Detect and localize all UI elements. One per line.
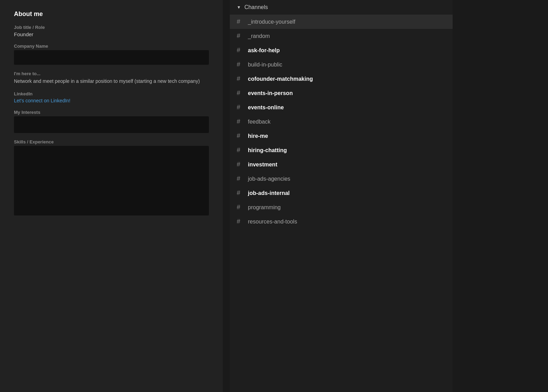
channels-panel: ▼ Channels #_introduce-yourself#_random#… [230,0,453,392]
channel-name: feedback [248,119,271,125]
hash-icon: # [237,147,244,154]
channel-item[interactable]: #_random [230,29,453,43]
channel-item[interactable]: #job-ads-agencies [230,172,453,186]
hash-icon: # [237,89,244,97]
channel-item[interactable]: #events-online [230,100,453,115]
my-interests-input[interactable] [14,116,209,133]
hash-icon: # [237,32,244,40]
channel-name: events-online [248,104,284,111]
hash-icon: # [237,18,244,25]
im-here-to-value: Network and meet people in a similar pos… [14,78,209,85]
profile-panel: About me Job title / Role Founder Compan… [0,0,223,392]
channels-arrow-icon: ▼ [237,5,241,10]
hash-icon: # [237,161,244,168]
channel-item[interactable]: #cofounder-matchmaking [230,72,453,86]
channels-header[interactable]: ▼ Channels [230,0,453,15]
channel-item[interactable]: #job-ads-internal [230,186,453,200]
channel-name: programming [248,204,281,211]
channel-name: hire-me [248,133,268,139]
hash-icon: # [237,47,244,54]
channel-item[interactable]: #programming [230,200,453,214]
channel-item[interactable]: #events-in-person [230,86,453,100]
job-title-label: Job title / Role [14,25,209,30]
hash-icon: # [237,104,244,111]
im-here-to-label: I'm here to... [14,71,209,76]
channel-item[interactable]: #hire-me [230,129,453,143]
skills-textarea[interactable] [14,146,209,215]
channel-name: investment [248,162,277,168]
skills-label: Skills / Experience [14,139,209,144]
channel-name: _introduce-yourself [248,19,295,25]
channel-item[interactable]: #ask-for-help [230,43,453,57]
channel-name: build-in-public [248,62,282,68]
channel-name: job-ads-agencies [248,176,290,182]
channel-item[interactable]: #resources-and-tools [230,214,453,229]
job-title-value: Founder [14,31,209,37]
hash-icon: # [237,218,244,225]
channel-name: ask-for-help [248,47,280,54]
channel-name: events-in-person [248,90,293,96]
channel-name: cofounder-matchmaking [248,76,313,82]
hash-icon: # [237,189,244,197]
channel-item[interactable]: #build-in-public [230,57,453,72]
channel-name: resources-and-tools [248,219,297,225]
hash-icon: # [237,204,244,211]
hash-icon: # [237,175,244,182]
hash-icon: # [237,75,244,83]
channel-name: hiring-chatting [248,147,287,154]
company-name-input[interactable] [14,50,209,65]
channel-item[interactable]: #hiring-chatting [230,143,453,157]
about-me-title: About me [14,10,209,18]
channel-name: _random [248,33,270,39]
channel-item[interactable]: #investment [230,157,453,172]
hash-icon: # [237,118,244,125]
my-interests-label: My Interests [14,110,209,115]
linkedin-link[interactable]: Let's connect on LinkedIn! [14,98,209,103]
channel-name: job-ads-internal [248,190,290,196]
channel-item[interactable]: #feedback [230,115,453,129]
hash-icon: # [237,132,244,140]
channels-list: #_introduce-yourself#_random#ask-for-hel… [230,15,453,229]
linkedin-label: LinkedIn [14,91,209,96]
hash-icon: # [237,61,244,68]
company-name-label: Company Name [14,44,209,49]
channels-title: Channels [244,4,268,10]
channel-item[interactable]: #_introduce-yourself [230,15,453,29]
